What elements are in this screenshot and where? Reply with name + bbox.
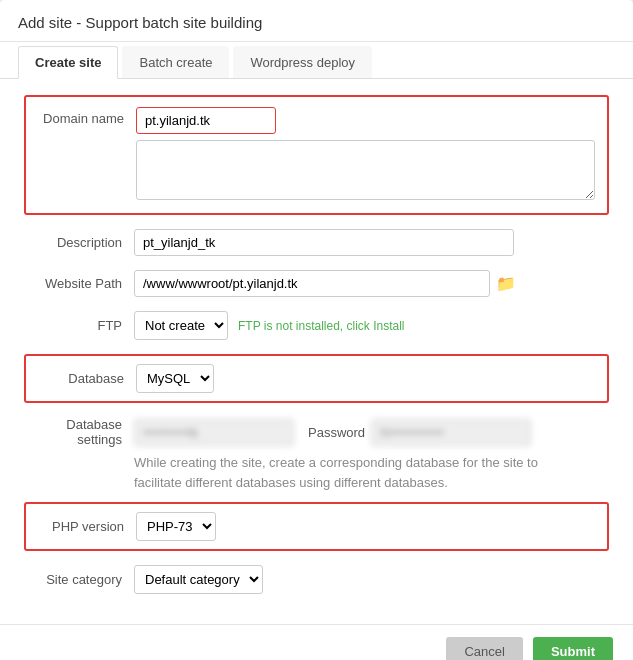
folder-icon[interactable]: 📁: [496, 274, 516, 293]
path-row: 📁: [134, 270, 516, 297]
description-row: Description: [24, 229, 609, 256]
site-category-select[interactable]: Default category: [134, 565, 263, 594]
domain-name-textarea[interactable]: [136, 140, 595, 200]
database-label: Database: [38, 371, 136, 386]
php-version-select[interactable]: PHP-73 PHP-74 PHP-80 PHP-81: [136, 512, 216, 541]
db-name-input[interactable]: [134, 419, 294, 446]
cancel-button[interactable]: Cancel: [446, 637, 522, 660]
description-input[interactable]: [134, 229, 514, 256]
php-version-label: PHP version: [38, 519, 136, 534]
tab-bar: Create site Batch create Wordpress deplo…: [0, 46, 633, 79]
db-hint: While creating the site, create a corres…: [24, 453, 609, 492]
ftp-status: FTP is not installed, click Install: [238, 319, 405, 333]
domain-name-right: [136, 107, 595, 203]
dialog: Add site - Support batch site building C…: [0, 0, 633, 660]
site-category-label: Site category: [24, 572, 134, 587]
database-section: Database MySQL SQLite None: [24, 354, 609, 403]
db-settings-row: Database settings Password: [24, 417, 609, 447]
submit-button[interactable]: Submit: [533, 637, 613, 660]
site-category-row: Site category Default category: [24, 565, 609, 594]
password-input[interactable]: [371, 419, 531, 446]
website-path-input[interactable]: [134, 270, 490, 297]
ftp-label: FTP: [24, 318, 134, 333]
domain-name-input[interactable]: [136, 107, 276, 134]
form-body: Domain name Description Website Path 📁 F…: [0, 79, 633, 624]
database-select[interactable]: MySQL SQLite None: [136, 364, 214, 393]
ftp-select[interactable]: Not create Create: [134, 311, 228, 340]
tab-create-site[interactable]: Create site: [18, 46, 118, 79]
website-path-row: Website Path 📁: [24, 270, 609, 297]
dialog-title: Add site - Support batch site building: [0, 0, 633, 42]
domain-name-label: Domain name: [38, 107, 136, 126]
website-path-label: Website Path: [24, 276, 134, 291]
db-settings-label: Database settings: [24, 417, 134, 447]
php-version-section: PHP version PHP-73 PHP-74 PHP-80 PHP-81: [24, 502, 609, 551]
tab-wordpress-deploy[interactable]: Wordpress deploy: [233, 46, 372, 78]
tab-batch-create[interactable]: Batch create: [122, 46, 229, 78]
dialog-footer: Cancel Submit: [0, 624, 633, 660]
description-label: Description: [24, 235, 134, 250]
password-label: Password: [308, 425, 365, 440]
domain-name-section: Domain name: [24, 95, 609, 215]
ftp-row: FTP Not create Create FTP is not install…: [24, 311, 609, 340]
